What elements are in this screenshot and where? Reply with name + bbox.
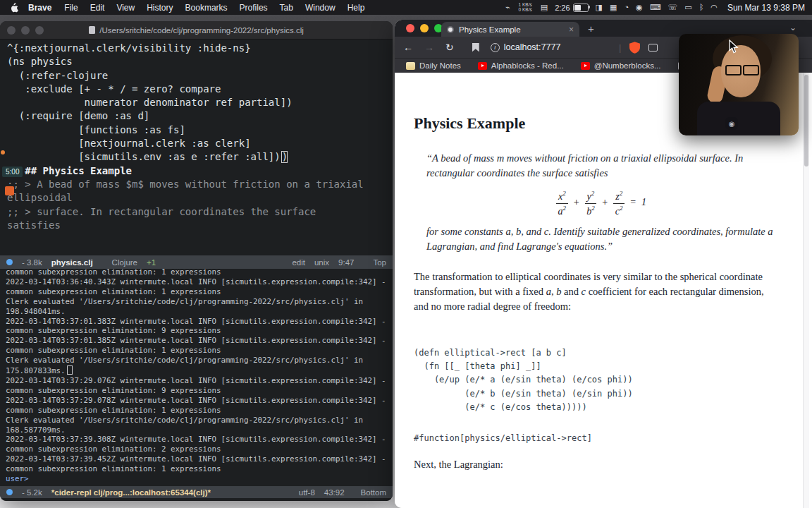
log-line: common subexpression elimination: 1 expr… — [6, 346, 393, 356]
edit-state: edit — [292, 258, 305, 267]
bookmark-label: @Numberblocks... — [594, 61, 661, 70]
code-line: [sicmutils.env :as e :refer :all])) — [7, 150, 393, 164]
editor-code-buffer[interactable]: ^{:nextjournal.clerk/visibility :hide-ns… — [0, 40, 393, 255]
bookmark-numberblocks[interactable]: @Numberblocks... — [581, 61, 661, 70]
log-line: Clerk evaluated '/Users/sritchie/code/cl… — [6, 297, 393, 307]
youtube-icon — [478, 62, 487, 70]
close-button[interactable] — [7, 26, 16, 35]
emacs-titlebar[interactable]: /Users/sritchie/code/clj/programming-202… — [0, 21, 393, 40]
reading-list-icon[interactable] — [648, 44, 658, 52]
major-mode: Clojure — [112, 258, 137, 267]
network-speed-widget[interactable]: 1 KB/s 0 KB/s — [519, 3, 532, 12]
reload-button[interactable]: ↻ — [445, 42, 454, 53]
tab-physics-example[interactable]: Physics Example × — [441, 22, 579, 37]
youtube-icon — [581, 62, 590, 70]
minimize-button[interactable] — [420, 24, 429, 32]
notification-icon[interactable]: ◔ — [624, 4, 629, 11]
log-line: 168.587709ms. — [6, 425, 393, 435]
emacs-window[interactable]: /Users/sritchie/code/clj/programming-202… — [0, 21, 393, 501]
minimize-button[interactable] — [21, 26, 30, 35]
code-line: satisfies — [7, 219, 393, 232]
tab-title: Physics Example — [459, 25, 564, 34]
apple-menu-icon[interactable] — [10, 3, 18, 13]
note-icon — [406, 62, 415, 70]
menubar-menus: FileEditViewHistoryBookmarksProfilesTabW… — [64, 3, 364, 13]
cursor-position: 43:92 — [324, 488, 345, 497]
battery-time: 2:26 — [555, 4, 570, 12]
address-bar[interactable]: localhost:7777 — [504, 42, 561, 52]
power-icon[interactable]: ◨ — [596, 4, 603, 11]
code-line: (ns physics — [7, 55, 393, 68]
scroll-position: Bottom — [361, 488, 386, 497]
log-line: 2022-03-14T03:37:39.308Z wintermute.loca… — [6, 435, 393, 445]
modeline-bottom: - 5.2k *cider-repl clj/prog...:localhost… — [0, 486, 393, 498]
code-line: [functions :as fs] — [7, 123, 393, 137]
person-glasses — [725, 65, 742, 75]
cider-repl-buffer[interactable]: common subexpression elimination: 1 expr… — [0, 269, 393, 486]
repl-cursor — [67, 365, 73, 375]
bookmark-label: Alphablocks - Red... — [491, 61, 564, 70]
bookmark-flag-icon[interactable] — [472, 43, 479, 52]
math-formula: x2a2+y2b2+z2c2=1 — [426, 190, 776, 217]
control-center-icon[interactable]: ▦ — [610, 4, 617, 11]
menu-window[interactable]: Window — [305, 3, 336, 13]
modeline-icon — [6, 489, 13, 495]
menu-file[interactable]: File — [64, 3, 78, 13]
bookmark-alphablocks-red[interactable]: Alphablocks - Red... — [478, 61, 564, 70]
keyboard-icon[interactable]: ⌨ — [650, 4, 661, 11]
scrollbar-thumb[interactable] — [804, 75, 808, 167]
bookmark-daily-notes[interactable]: Daily Notes — [406, 61, 461, 70]
scrollbar[interactable] — [803, 73, 809, 508]
battery-indicator[interactable]: 2:26 — [555, 4, 588, 12]
code-line: (fn [[_ [theta phi] _]] — [414, 360, 784, 373]
code-line: (e/up (e/* a (e/sin theta) (e/cos phi)) — [414, 373, 784, 387]
code-line: ellipsoidal — [7, 191, 393, 205]
active-app-name[interactable]: Brave — [28, 3, 51, 13]
log-line: common subexpression elimination: 9 expr… — [6, 326, 393, 336]
log-line: common subexpression elimination: 2 expr… — [6, 445, 393, 454]
menu-view[interactable]: View — [116, 3, 135, 13]
display-icon[interactable]: ▭ — [684, 4, 691, 11]
phone-icon[interactable]: ☏ — [668, 4, 678, 11]
quote-text-2: for some constants a, b, and c. Identify… — [426, 224, 776, 254]
code-line: numerator denominator ref partial]) — [7, 96, 393, 109]
back-button[interactable]: ← — [403, 42, 413, 53]
record-indicator-icon — [5, 186, 14, 195]
menu-history[interactable]: History — [147, 3, 173, 13]
zoom-button[interactable] — [35, 26, 44, 35]
repl-prompt: user> — [6, 474, 29, 483]
menu-bookmarks[interactable]: Bookmarks — [185, 3, 228, 13]
tab-search-chevron-icon[interactable]: ⌄ — [789, 23, 796, 32]
menubar-status: ⌁ 1 KB/s 0 KB/s ▤ 2:26 ◨▦◔◉⌨☏▭ᛒ◠ Sun Mar… — [505, 3, 805, 13]
code-line: ;; > surface. In rectangular coordinates… — [7, 205, 393, 219]
site-info-icon[interactable]: i — [491, 43, 500, 52]
vc-indicator: +1 — [147, 258, 156, 267]
tab-favicon-icon — [447, 26, 454, 33]
log-line: 198.948041ms. — [6, 307, 393, 317]
menu-help[interactable]: Help — [347, 3, 365, 13]
log-line: common subexpression elimination: 1 expr… — [6, 269, 393, 277]
chart-icon[interactable]: ▤ — [541, 4, 548, 11]
bluetooth-icon[interactable]: ᛒ — [699, 4, 704, 11]
menu-tab[interactable]: Tab — [280, 3, 293, 13]
toolbar-divider: | — [619, 42, 621, 53]
forward-button[interactable]: → — [424, 42, 434, 53]
wifi-icon[interactable]: ◠ — [710, 4, 718, 11]
new-tab-button[interactable]: + — [588, 22, 594, 36]
repl-buffer-name: *cider-repl clj/prog...:localhost:65344(… — [51, 488, 211, 497]
menubar-clock[interactable]: Sun Mar 13 9:38 PM — [727, 3, 805, 13]
code-line: ;; > A bead of mass $m$ moves without fr… — [7, 178, 393, 191]
record-icon[interactable]: ◉ — [636, 4, 643, 11]
log-line: 2022-03-14T03:36:40.343Z wintermute.loca… — [6, 277, 393, 287]
brave-shield-icon[interactable] — [629, 42, 640, 54]
body-paragraph: The transformation to elliptical coordin… — [414, 270, 770, 314]
webcam-overlay-window[interactable]: ◉ — [679, 34, 799, 135]
close-button[interactable] — [406, 24, 414, 32]
tab-close-icon[interactable]: × — [569, 25, 574, 34]
buffer-size: - 5.2k — [22, 488, 42, 497]
menu-profiles[interactable]: Profiles — [240, 3, 268, 13]
repl-prompt-line[interactable]: user> — [6, 474, 393, 484]
activity-icon[interactable]: ⌁ — [505, 4, 510, 11]
menu-edit[interactable]: Edit — [90, 3, 105, 13]
code-line: [nextjournal.clerk :as clerk] — [7, 137, 393, 150]
